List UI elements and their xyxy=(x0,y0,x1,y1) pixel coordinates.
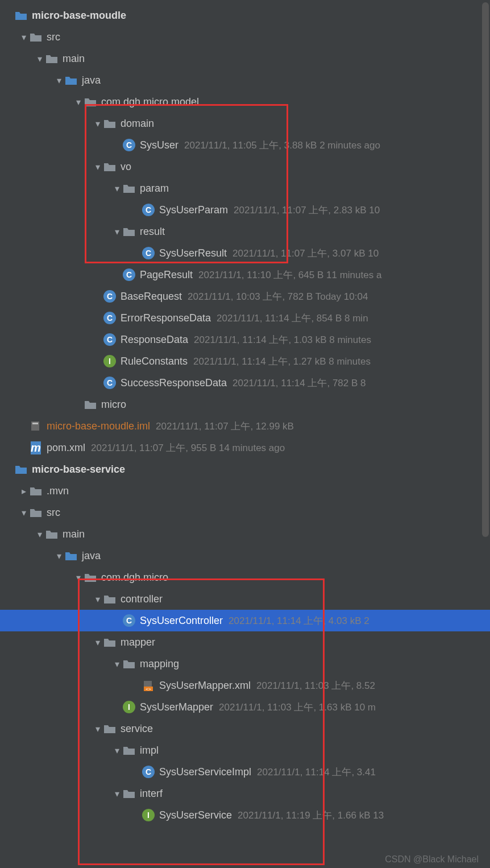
tree-row-java[interactable]: java xyxy=(0,69,490,91)
tree-row-micro-base-service[interactable]: micro-base-service xyxy=(0,458,490,480)
tree-row-result[interactable]: result xyxy=(0,221,490,242)
tree-item-label: src xyxy=(47,31,60,43)
folder-icon xyxy=(30,485,42,497)
tree-item-label: java xyxy=(82,550,101,562)
file-meta: 2021/11/1, 11:19 上午, 1.66 kB 13 xyxy=(238,809,384,822)
tree-row-main[interactable]: main xyxy=(0,523,490,545)
file-meta: 2021/11/1, 11:07 上午, 955 B 14 minutes ag… xyxy=(91,441,285,454)
file-meta: 2021/11/1, 11:14 上午, 1.03 kB 8 minutes xyxy=(194,333,371,346)
folder-icon xyxy=(84,96,97,108)
class-icon: C xyxy=(142,247,155,259)
tree-item-label: vo xyxy=(121,161,131,173)
class-icon: C xyxy=(123,268,135,281)
class-icon: C xyxy=(123,139,135,151)
tree-item-label: service xyxy=(121,723,153,735)
tree-item-label: micro-base-moudle xyxy=(32,10,126,22)
tree-item-label: PageResult xyxy=(140,269,193,281)
tree-item-label: controller xyxy=(121,593,163,605)
tree-row-interf[interactable]: interf xyxy=(0,783,490,804)
chevron-down-icon[interactable] xyxy=(18,32,30,43)
tree-row--mvn[interactable]: .mvn xyxy=(0,480,490,502)
folder-icon xyxy=(123,225,135,238)
tree-row-mapper[interactable]: mapper xyxy=(0,631,490,653)
class-icon: C xyxy=(142,204,155,216)
tree-row-successresponsedata[interactable]: CSuccessResponseData2021/11/1, 11:14 上午,… xyxy=(0,372,490,394)
tree-row-service[interactable]: service xyxy=(0,718,490,739)
folder-icon xyxy=(123,787,135,800)
chevron-down-icon[interactable] xyxy=(92,724,103,734)
tree-row-ruleconstants[interactable]: IRuleConstants2021/11/1, 11:14 上午, 1.27 … xyxy=(0,350,490,372)
tree-item-label: ErrorResponseData xyxy=(121,312,211,324)
tree-item-label: SysUserService xyxy=(159,809,232,821)
svg-rect-1 xyxy=(32,423,38,424)
tree-row-src[interactable]: src xyxy=(0,502,490,523)
folder-icon xyxy=(123,658,135,670)
tree-row-responsedata[interactable]: CResponseData2021/11/1, 11:14 上午, 1.03 k… xyxy=(0,329,490,350)
chevron-down-icon[interactable] xyxy=(92,594,103,605)
tree-row-src[interactable]: src xyxy=(0,26,490,48)
folder-icon xyxy=(15,463,27,476)
tree-row-domain[interactable]: domain xyxy=(0,113,490,134)
chevron-down-icon[interactable] xyxy=(111,183,123,194)
folder-icon xyxy=(15,9,27,22)
class-icon: C xyxy=(103,333,116,346)
tree-row-sysusermapper-xml[interactable]: <>SysUserMapper.xml2021/11/1, 11:03 上午, … xyxy=(0,675,490,696)
folder-icon xyxy=(65,74,77,86)
folder-icon xyxy=(84,571,97,584)
tree-row-java[interactable]: java xyxy=(0,545,490,567)
tree-item-label: main xyxy=(63,53,85,65)
chevron-down-icon[interactable] xyxy=(111,659,123,669)
tree-row-main[interactable]: main xyxy=(0,48,490,69)
tree-item-label: java xyxy=(82,75,101,86)
tree-row-com-dgh-micro-model[interactable]: com.dgh.micro.model xyxy=(0,91,490,113)
chevron-down-icon[interactable] xyxy=(53,75,65,86)
chevron-right-icon[interactable] xyxy=(18,486,30,497)
tree-row-sysusermapper[interactable]: ISysUserMapper2021/11/1, 11:03 上午, 1.63 … xyxy=(0,696,490,718)
project-tree[interactable]: micro-base-moudlesrcmainjavacom.dgh.micr… xyxy=(0,0,490,830)
tree-row-sysuserserviceimpl[interactable]: CSysUserServiceImpl2021/11/1, 11:14 上午, … xyxy=(0,761,490,783)
class-icon: C xyxy=(103,290,116,303)
chevron-down-icon[interactable] xyxy=(73,572,84,583)
chevron-down-icon[interactable] xyxy=(111,745,123,756)
chevron-down-icon[interactable] xyxy=(18,507,30,518)
chevron-down-icon[interactable] xyxy=(34,53,45,64)
tree-row-controller[interactable]: controller xyxy=(0,588,490,610)
chevron-down-icon[interactable] xyxy=(92,637,103,648)
folder-icon xyxy=(123,182,135,195)
tree-row-sysuserparam[interactable]: CSysUserParam2021/11/1, 11:07 上午, 2.83 k… xyxy=(0,199,490,221)
tree-row-param[interactable]: param xyxy=(0,177,490,199)
tree-row-sysuserresult[interactable]: CSysUserResult2021/11/1, 11:07 上午, 3.07 … xyxy=(0,242,490,264)
tree-row-micro-base-moudle-iml[interactable]: micro-base-moudle.iml2021/11/1, 11:07 上午… xyxy=(0,415,490,437)
tree-row-sysusercontroller[interactable]: CSysUserController2021/11/1, 11:14 上午, 4… xyxy=(0,610,490,631)
tree-row-pom-xml[interactable]: mpom.xml2021/11/1, 11:07 上午, 955 B 14 mi… xyxy=(0,437,490,458)
tree-row-pageresult[interactable]: CPageResult2021/11/1, 11:10 上午, 645 B 11… xyxy=(0,264,490,286)
interface-icon: I xyxy=(142,809,155,821)
tree-row-impl[interactable]: impl xyxy=(0,739,490,761)
folder-icon xyxy=(45,52,58,65)
tree-item-label: domain xyxy=(121,118,154,130)
chevron-down-icon[interactable] xyxy=(92,162,103,172)
tree-row-com-dgh-micro[interactable]: com.dgh.micro xyxy=(0,567,490,588)
scrollbar[interactable] xyxy=(482,2,489,537)
file-meta: 2021/11/1, 11:07 上午, 2.83 kB 10 xyxy=(234,204,380,217)
tree-item-label: com.dgh.micro.model xyxy=(101,96,199,108)
file-meta: 2021/11/1, 11:03 上午, 1.63 kB 10 m xyxy=(219,701,376,714)
tree-row-sysuser[interactable]: CSysUser2021/11/1, 11:05 上午, 3.88 kB 2 m… xyxy=(0,134,490,156)
chevron-down-icon[interactable] xyxy=(92,118,103,129)
chevron-down-icon[interactable] xyxy=(111,226,123,237)
chevron-down-icon[interactable] xyxy=(53,551,65,561)
chevron-down-icon[interactable] xyxy=(111,788,123,799)
tree-item-label: SysUserController xyxy=(140,615,223,627)
tree-row-sysuserservice[interactable]: ISysUserService2021/11/1, 11:19 上午, 1.66… xyxy=(0,804,490,826)
tree-row-errorresponsedata[interactable]: CErrorResponseData2021/11/1, 11:14 上午, 8… xyxy=(0,307,490,329)
tree-row-baserequest[interactable]: CBaseRequest2021/11/1, 10:03 上午, 782 B T… xyxy=(0,286,490,307)
tree-item-label: ResponseData xyxy=(121,334,188,346)
tree-row-vo[interactable]: vo xyxy=(0,156,490,177)
tree-row-micro[interactable]: micro xyxy=(0,394,490,415)
tree-row-micro-base-moudle[interactable]: micro-base-moudle xyxy=(0,5,490,26)
chevron-down-icon[interactable] xyxy=(73,97,84,108)
chevron-down-icon[interactable] xyxy=(34,529,45,540)
tree-item-label: micro-base-moudle.iml xyxy=(47,420,150,432)
file-meta: 2021/11/1, 11:05 上午, 3.88 kB 2 minutes a… xyxy=(184,139,380,152)
tree-row-mapping[interactable]: mapping xyxy=(0,653,490,675)
